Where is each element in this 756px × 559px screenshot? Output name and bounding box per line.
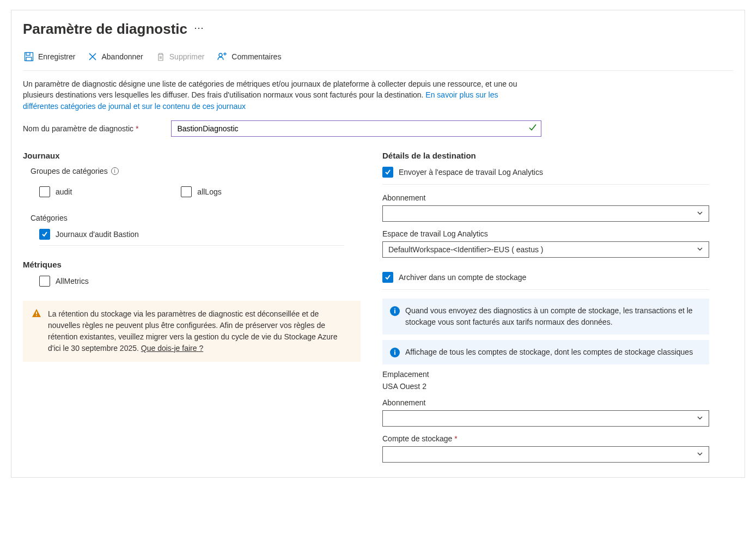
chevron-down-icon	[697, 450, 703, 459]
subscription-select[interactable]	[382, 205, 709, 222]
trash-icon	[156, 52, 165, 61]
categories-label: Catégories	[31, 214, 361, 222]
destination-section-title: Détails de la destination	[382, 151, 709, 160]
feedback-icon	[217, 52, 227, 62]
setting-name-input[interactable]	[171, 120, 541, 137]
location-label: Emplacement	[382, 370, 709, 379]
alllogs-checkbox-label: allLogs	[197, 187, 221, 196]
chevron-down-icon	[697, 414, 703, 423]
svg-point-3	[219, 53, 222, 57]
workspace-select[interactable]: DefaultWorkspace-<Identifier>-EUS ( east…	[382, 241, 709, 258]
discard-button[interactable]: Abandonner	[87, 50, 144, 63]
audit-checkbox[interactable]	[39, 186, 50, 197]
info-icon: i	[390, 306, 400, 316]
subscription-label: Abonnement	[382, 193, 709, 202]
toolbar: Enregistrer Abandonner Supprimer Comment…	[23, 50, 733, 71]
alllogs-checkbox[interactable]	[181, 186, 192, 197]
send-loganalytics-label: Envoyer à l'espace de travail Log Analyt…	[399, 168, 543, 177]
svg-rect-2	[26, 57, 32, 61]
archive-storage-checkbox[interactable]	[382, 272, 393, 283]
warning-link[interactable]: Que dois-je faire ?	[141, 344, 203, 353]
more-menu-icon[interactable]: ⋯	[194, 22, 204, 34]
description-text: Un paramètre de diagnostic désigne une l…	[23, 78, 519, 112]
storage-accounts-info: i Affichage de tous les comptes de stock…	[382, 340, 709, 364]
info-icon: i	[390, 348, 400, 357]
delete-button: Supprimer	[155, 50, 206, 63]
feedback-button[interactable]: Commentaires	[216, 50, 282, 64]
close-icon	[88, 52, 97, 61]
metrics-section-title: Métriques	[23, 260, 361, 269]
svg-rect-4	[36, 312, 37, 314]
subscription2-label: Abonnement	[382, 398, 709, 407]
info-icon[interactable]: i	[111, 167, 119, 175]
save-button[interactable]: Enregistrer	[23, 50, 76, 64]
bastion-audit-label: Journaux d'audit Bastion	[56, 230, 139, 239]
storage-account-select[interactable]	[382, 446, 709, 463]
subscription2-select[interactable]	[382, 410, 709, 427]
valid-check-icon	[528, 123, 537, 133]
send-loganalytics-checkbox[interactable]	[382, 167, 393, 178]
save-icon	[24, 52, 34, 62]
svg-rect-1	[26, 53, 30, 56]
location-value: USA Ouest 2	[382, 382, 709, 391]
bastion-audit-checkbox[interactable]	[39, 229, 50, 240]
archive-storage-label: Archiver dans un compte de stockage	[399, 273, 526, 282]
category-groups-label: Groupes de catégories i	[31, 167, 361, 175]
allmetrics-checkbox[interactable]	[39, 276, 50, 287]
chevron-down-icon	[697, 209, 703, 218]
page-title: Paramètre de diagnostic	[23, 21, 187, 38]
logs-section-title: Journaux	[23, 151, 361, 160]
warning-box: La rétention du stockage via les paramèt…	[23, 301, 361, 362]
audit-checkbox-label: audit	[56, 187, 72, 196]
storage-cost-info: i Quand vous envoyez des diagnostics à u…	[382, 299, 709, 335]
workspace-label: Espace de travail Log Analytics	[382, 229, 709, 238]
warning-icon	[32, 308, 41, 354]
storage-account-label: Compte de stockage *	[382, 434, 709, 443]
allmetrics-label: AllMetrics	[56, 277, 89, 285]
chevron-down-icon	[697, 245, 703, 254]
svg-rect-5	[36, 315, 37, 316]
setting-name-label: Nom du paramètre de diagnostic *	[23, 124, 138, 133]
